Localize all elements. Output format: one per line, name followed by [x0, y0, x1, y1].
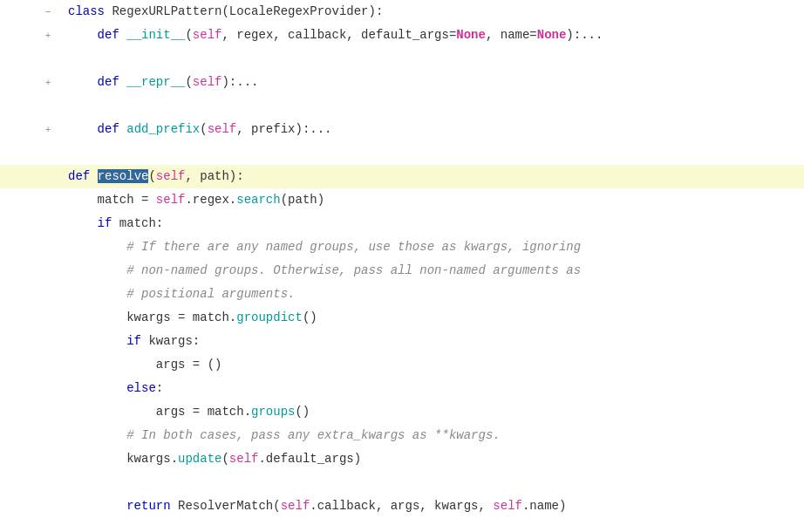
line-content: def __init__(self, regex, callback, defa… — [65, 24, 804, 47]
line-content: else: — [65, 377, 804, 400]
code-line: return ResolverMatch(self.callback, args… — [0, 494, 804, 518]
line-content — [65, 141, 804, 165]
code-line: if match: — [0, 212, 804, 235]
code-line: kwargs.update(self.default_args) — [0, 447, 804, 471]
code-line — [0, 471, 804, 494]
line-content: def resolve(self, path): — [65, 165, 804, 188]
code-line: # If there are any named groups, use tho… — [0, 235, 804, 259]
line-content: # If there are any named groups, use tho… — [65, 235, 804, 259]
fold-icon[interactable]: + — [42, 125, 54, 135]
code-line: args = match.groups() — [0, 400, 804, 424]
code-line: + def __init__(self, regex, callback, de… — [0, 24, 804, 47]
code-line: kwargs = match.groupdict() — [0, 306, 804, 330]
code-line — [0, 141, 804, 165]
line-content: # positional arguments. — [65, 283, 804, 306]
line-content: # non-named groups. Otherwise, pass all … — [65, 259, 804, 283]
code-editor: − class RegexURLPattern(LocaleRegexProvi… — [0, 0, 804, 532]
code-line: # positional arguments. — [0, 283, 804, 306]
code-line: else: — [0, 377, 804, 400]
code-line: − class RegexURLPattern(LocaleRegexProvi… — [0, 0, 804, 24]
code-line: match = self.regex.search(path) — [0, 188, 804, 212]
code-line: # non-named groups. Otherwise, pass all … — [0, 259, 804, 283]
line-content: return ResolverMatch(self.callback, args… — [65, 494, 804, 518]
line-content — [65, 47, 804, 71]
code-line: if kwargs: — [0, 330, 804, 353]
code-line — [0, 94, 804, 118]
line-content: match = self.regex.search(path) — [65, 188, 804, 212]
line-content: def add_prefix(self, prefix):... — [65, 118, 804, 141]
line-content: if kwargs: — [65, 330, 804, 353]
fold-icon[interactable]: − — [42, 7, 54, 17]
line-content: args = match.groups() — [65, 400, 804, 424]
line-content — [65, 471, 804, 494]
selected-word: resolve — [98, 169, 149, 183]
line-content: args = () — [65, 353, 804, 377]
fold-icon[interactable]: + — [42, 31, 54, 41]
code-line — [0, 47, 804, 71]
code-line: + def add_prefix(self, prefix):... — [0, 118, 804, 141]
code-line: + def __repr__(self):... — [0, 71, 804, 94]
line-content: kwargs.update(self.default_args) — [65, 447, 804, 471]
line-content: class RegexURLPattern(LocaleRegexProvide… — [65, 0, 804, 24]
code-line: # In both cases, pass any extra_kwargs a… — [0, 424, 804, 447]
line-content — [65, 94, 804, 118]
line-content: kwargs = match.groupdict() — [65, 306, 804, 330]
fold-icon[interactable]: + — [42, 78, 54, 88]
line-content: def __repr__(self):... — [65, 71, 804, 94]
code-line-highlighted: def resolve(self, path): — [0, 165, 804, 188]
line-content: # In both cases, pass any extra_kwargs a… — [65, 424, 804, 447]
code-line: args = () — [0, 353, 804, 377]
line-content: if match: — [65, 212, 804, 235]
